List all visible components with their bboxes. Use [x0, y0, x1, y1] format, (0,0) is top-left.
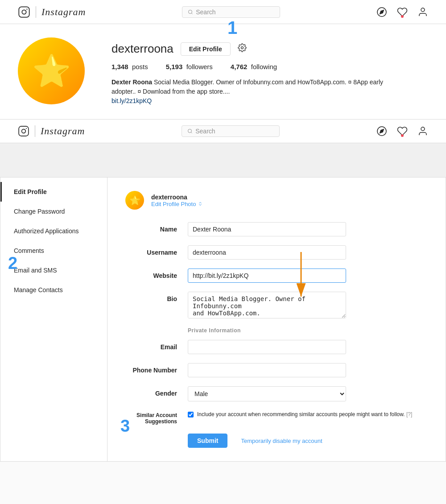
compass-icon2[interactable]	[376, 126, 387, 136]
sidebar-item-authorized-apps[interactable]: Authorized Applications	[0, 221, 107, 241]
gender-row: Gender Male Female Custom Prefer not to …	[125, 386, 428, 401]
posts-stat: 1,348 posts	[112, 63, 148, 70]
gender-select[interactable]: Male Female Custom Prefer not to say	[188, 386, 346, 401]
suggestions-label: Similar Account Suggestions	[125, 410, 188, 425]
suggestions-help[interactable]: [?]	[406, 411, 412, 417]
settings-icon	[238, 43, 247, 52]
heart-icon2[interactable]	[397, 126, 408, 136]
svg-point-2	[26, 8, 27, 9]
username-row: Username	[125, 245, 428, 260]
search-icon	[188, 9, 193, 15]
profile-username: dexterroona	[112, 42, 173, 56]
navbar-actions2	[376, 126, 428, 136]
navbar-divider	[36, 6, 36, 18]
brand-wordmark2: Instagram	[41, 125, 85, 137]
email-input[interactable]	[188, 340, 346, 354]
name-row: Name	[125, 222, 428, 236]
email-label: Email	[125, 340, 188, 351]
svg-marker-17	[380, 129, 384, 133]
profile-icon[interactable]	[417, 7, 428, 17]
disable-account-link[interactable]: Temporarily disable my account	[241, 438, 322, 444]
arrow-annotation	[288, 252, 314, 307]
svg-marker-6	[380, 10, 384, 13]
suggestions-content: Include your account when recommending s…	[188, 410, 428, 418]
settings-icon-button[interactable]	[238, 43, 247, 54]
step1-badge: 1	[227, 18, 237, 38]
instagram-logo-icon	[18, 6, 30, 18]
suggestions-text: Include your account when recommending s…	[197, 410, 412, 418]
name-label: Name	[125, 222, 188, 233]
edit-profile-layout: Edit Profile Change Password Authorized …	[0, 177, 446, 462]
website-label: Website	[125, 269, 188, 279]
website-input[interactable]	[188, 269, 346, 283]
following-stat: 4,762 following	[231, 63, 277, 70]
heart-icon[interactable]	[397, 7, 408, 17]
submit-row: Submit Temporarily disable my account	[188, 434, 428, 448]
brand2: Instagram	[18, 125, 85, 137]
swap-icon	[198, 201, 203, 207]
navbar-actions	[376, 7, 428, 17]
website-row: Website	[125, 269, 428, 283]
gender-label: Gender	[125, 386, 188, 397]
username-row: dexterroona Edit Profile	[112, 42, 401, 56]
phone-row: Phone Number	[125, 363, 428, 377]
search-bar[interactable]: Search	[182, 6, 280, 18]
svg-rect-0	[19, 7, 29, 17]
bio-textarea[interactable]: Social Media Blogger. Owner of Infobunny…	[188, 292, 346, 318]
search-placeholder2: Search	[195, 128, 215, 135]
sidebar-item-edit-profile[interactable]: Edit Profile	[0, 182, 107, 202]
notification-dot	[401, 15, 404, 18]
edit-profile-button[interactable]: Edit Profile	[181, 42, 231, 56]
edit-photo-link[interactable]: Edit Profile Photo	[151, 201, 203, 207]
search-placeholder: Search	[196, 8, 215, 16]
step2-badge: 2	[8, 254, 17, 273]
profile-icon2[interactable]	[417, 126, 428, 136]
submit-button[interactable]: Submit	[188, 434, 227, 448]
notification-dot2	[401, 134, 404, 137]
email-row: Email	[125, 340, 428, 354]
private-info-label: Private Information	[188, 327, 428, 334]
name-input[interactable]	[188, 222, 346, 236]
brand-wordmark: Instagram	[41, 6, 86, 18]
edit-form-area: ⭐ dexterroona Edit Profile Photo	[107, 178, 446, 461]
navbar-divider2	[35, 125, 35, 137]
bio-label: Bio	[125, 292, 188, 302]
username-input[interactable]	[188, 245, 346, 260]
second-navbar: Instagram Search	[0, 119, 446, 143]
bio-name: Dexter Roona	[112, 78, 152, 86]
user-avatar-small: ⭐	[125, 191, 144, 210]
sidebar: Edit Profile Change Password Authorized …	[0, 178, 107, 461]
compass-icon[interactable]	[376, 7, 387, 17]
search-icon2	[187, 128, 193, 134]
profile-avatar-wrap: ⭐	[18, 37, 85, 104]
instagram-logo-icon2	[18, 125, 29, 137]
step3-badge: 3	[120, 417, 130, 436]
sidebar-item-manage-contacts[interactable]: Manage Contacts	[0, 280, 107, 300]
profile-bio: Dexter Roona Social Media Blogger. Owner…	[112, 78, 401, 106]
bio-link[interactable]: bit.ly/2z1kpKQ	[112, 97, 152, 104]
profile-info: dexterroona Edit Profile 1,348 posts 5,1…	[112, 37, 401, 106]
transition-area: Instagram Search	[0, 119, 446, 177]
search-bar2[interactable]: Search	[182, 125, 280, 137]
profile-stats: 1,348 posts 5,193 followers 4,762 follow…	[112, 63, 401, 70]
profile-section: ⭐ dexterroona Edit Profile 1,348 posts	[0, 24, 446, 119]
svg-point-13	[26, 128, 27, 129]
user-header-row: ⭐ dexterroona Edit Profile Photo	[125, 191, 428, 210]
brand: Instagram	[18, 6, 86, 18]
phone-input[interactable]	[188, 363, 346, 377]
profile-avatar: ⭐	[18, 37, 85, 104]
followers-stat: 5,193 followers	[166, 63, 213, 70]
suggestions-checkbox[interactable]	[188, 412, 194, 417]
svg-point-1	[22, 10, 26, 14]
svg-rect-11	[19, 126, 29, 136]
svg-point-14	[188, 129, 192, 133]
user-edit-info: dexterroona Edit Profile Photo	[151, 194, 203, 207]
sidebar-item-change-password[interactable]: Change Password	[0, 202, 107, 221]
suggestions-row: Similar Account Suggestions Include your…	[125, 410, 428, 425]
user-edit-name: dexterroona	[151, 194, 203, 201]
phone-label: Phone Number	[125, 363, 188, 374]
svg-line-4	[192, 13, 193, 14]
svg-point-3	[189, 10, 192, 13]
bio-text: Social Media Blogger. Owner of Infobunny…	[112, 78, 383, 95]
svg-line-15	[191, 132, 192, 133]
